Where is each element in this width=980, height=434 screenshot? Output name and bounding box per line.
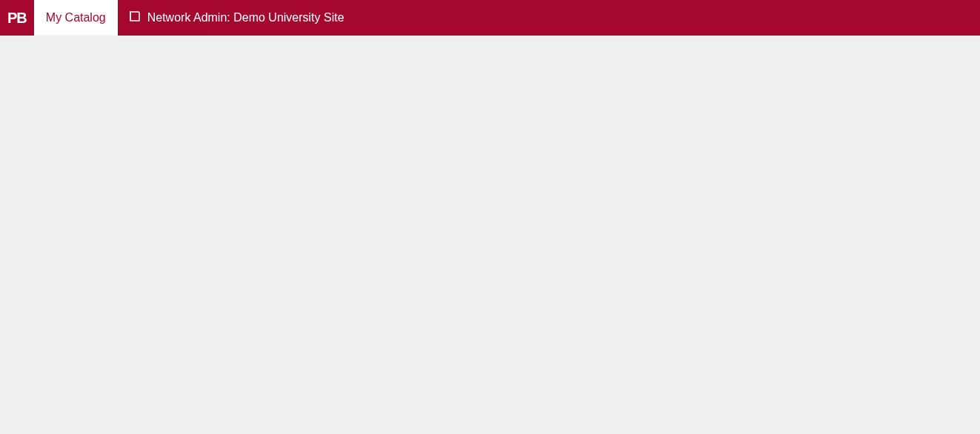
tab-network-admin[interactable]: Network Admin: Demo University Site <box>118 0 355 36</box>
network-admin-title: Network Admin: Demo University Site <box>147 11 344 24</box>
book-icon <box>128 10 141 27</box>
tab-my-catalog[interactable]: My Catalog <box>34 0 118 36</box>
pb-logo[interactable]: PB <box>0 0 34 36</box>
admin-bar-top: PB My Catalog Network Admin: Demo Univer… <box>0 0 980 36</box>
